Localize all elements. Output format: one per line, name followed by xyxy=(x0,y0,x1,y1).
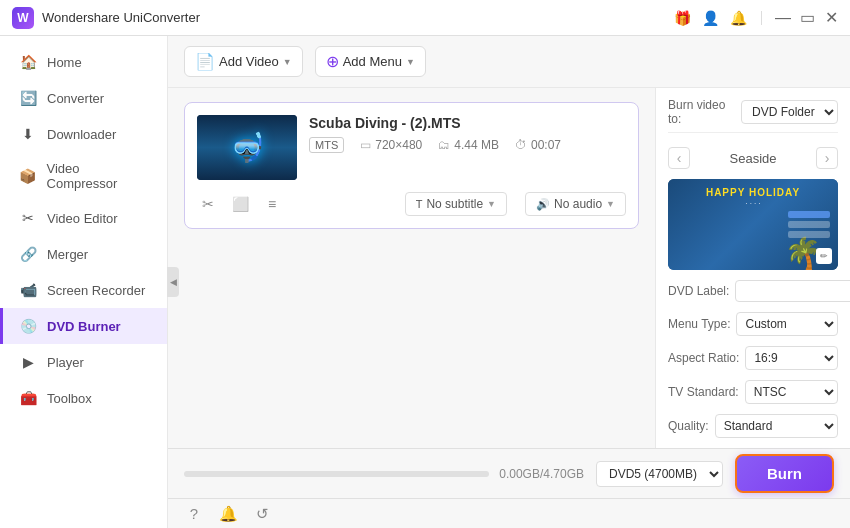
sidebar-item-player[interactable]: ▶ Player xyxy=(0,344,167,380)
add-video-label: Add Video xyxy=(219,54,279,69)
sidebar: 🏠 Home 🔄 Converter ⬇ Downloader 📦 Video … xyxy=(0,36,168,528)
cut-icon[interactable]: ✂ xyxy=(197,193,219,215)
edit-template-button[interactable]: ✏ xyxy=(816,248,832,264)
sidebar-item-screen-recorder[interactable]: 📹 Screen Recorder xyxy=(0,272,167,308)
titlebar-left: W Wondershare UniConverter xyxy=(12,7,200,29)
notification-icon[interactable]: 🔔 xyxy=(218,504,238,524)
video-duration: ⏱ 00:07 xyxy=(515,138,561,152)
subtitle-arrow: ▼ xyxy=(487,199,496,209)
add-video-arrow: ▼ xyxy=(283,57,292,67)
sidebar-item-toolbox[interactable]: 🧰 Toolbox xyxy=(0,380,167,416)
gift-icon[interactable]: 🎁 xyxy=(673,9,691,27)
sidebar-item-dvd-burner[interactable]: 💿 DVD Burner xyxy=(0,308,167,344)
prev-template-button[interactable]: ‹ xyxy=(668,147,690,169)
sidebar-item-label: Video Compressor xyxy=(47,161,151,191)
preview-title: HAPPY HOLIDAY xyxy=(668,187,838,198)
app-title: Wondershare UniConverter xyxy=(42,10,200,25)
bottom-bar: 0.00GB/4.70GB DVD5 (4700MB) DVD9 (8540MB… xyxy=(168,448,850,498)
menu-type-label: Menu Type: xyxy=(668,317,730,331)
titlebar-divider xyxy=(761,11,762,25)
sidebar-collapse-button[interactable]: ◀ xyxy=(167,267,179,297)
audio-icon: 🔊 xyxy=(536,198,550,211)
add-menu-arrow: ▼ xyxy=(406,57,415,67)
burn-video-select[interactable]: DVD Folder xyxy=(741,100,838,124)
resolution-icon: ▭ xyxy=(360,138,371,152)
add-video-button[interactable]: 📄 Add Video ▼ xyxy=(184,46,303,77)
app-logo: W xyxy=(12,7,34,29)
menu-type-row: Menu Type: Custom None Auto xyxy=(668,312,838,336)
quality-select[interactable]: Standard High Low xyxy=(715,414,838,438)
close-button[interactable]: ✕ xyxy=(824,11,838,25)
bell-icon[interactable]: 🔔 xyxy=(729,9,747,27)
audio-dropdown[interactable]: 🔊 No audio ▼ xyxy=(525,192,626,216)
left-panel: 🤿 Scuba Diving - (2).MTS MTS ▭ xyxy=(168,88,655,448)
progress-section: 0.00GB/4.70GB xyxy=(184,467,584,481)
template-name: Seaside xyxy=(730,151,777,166)
effects-icon[interactable]: ≡ xyxy=(261,193,283,215)
sidebar-item-converter[interactable]: 🔄 Converter xyxy=(0,80,167,116)
refresh-icon[interactable]: ↺ xyxy=(252,504,272,524)
next-template-button[interactable]: › xyxy=(816,147,838,169)
audio-arrow: ▼ xyxy=(606,199,615,209)
sidebar-item-label: Converter xyxy=(47,91,104,106)
dvd-label-input[interactable] xyxy=(735,280,850,302)
titlebar: W Wondershare UniConverter 🎁 👤 🔔 — ▭ ✕ xyxy=(0,0,850,36)
content-area: 📄 Add Video ▼ ⊕ Add Menu ▼ 🤿 xyxy=(168,36,850,528)
tv-standard-select[interactable]: NTSC PAL xyxy=(745,380,838,404)
subtitle-icon: T xyxy=(416,198,423,210)
video-info: Scuba Diving - (2).MTS MTS ▭ 720×480 xyxy=(309,115,561,153)
sidebar-item-home[interactable]: 🏠 Home xyxy=(0,44,167,80)
video-format: MTS xyxy=(309,137,344,153)
aspect-ratio-select[interactable]: 16:9 4:3 xyxy=(745,346,838,370)
content-body: 🤿 Scuba Diving - (2).MTS MTS ▭ xyxy=(168,88,850,448)
user-icon[interactable]: 👤 xyxy=(701,9,719,27)
duration-icon: ⏱ xyxy=(515,138,527,152)
template-preview: HAPPY HOLIDAY · · · · 🌴 ✏ xyxy=(668,179,838,270)
add-menu-button[interactable]: ⊕ Add Menu ▼ xyxy=(315,46,426,77)
burn-button[interactable]: Burn xyxy=(735,454,834,493)
sidebar-item-label: Screen Recorder xyxy=(47,283,145,298)
template-header: ‹ Seaside › xyxy=(668,147,838,169)
sidebar-item-merger[interactable]: 🔗 Merger xyxy=(0,236,167,272)
help-icon[interactable]: ? xyxy=(184,504,204,524)
sidebar-item-label: Player xyxy=(47,355,84,370)
aspect-ratio-label: Aspect Ratio: xyxy=(668,351,739,365)
minimize-button[interactable]: — xyxy=(776,11,790,25)
video-size: 🗂 4.44 MB xyxy=(438,138,499,152)
maximize-button[interactable]: ▭ xyxy=(800,11,814,25)
video-resolution: ▭ 720×480 xyxy=(360,138,422,152)
subtitle-dropdown[interactable]: T No subtitle ▼ xyxy=(405,192,507,216)
sidebar-item-video-compressor[interactable]: 📦 Video Compressor xyxy=(0,152,167,200)
size-icon: 🗂 xyxy=(438,138,450,152)
menu-item-1 xyxy=(788,211,830,218)
aspect-ratio-row: Aspect Ratio: 16:9 4:3 xyxy=(668,346,838,370)
subtitle-label: No subtitle xyxy=(426,197,483,211)
compressor-icon: 📦 xyxy=(19,167,37,185)
video-top: 🤿 Scuba Diving - (2).MTS MTS ▭ xyxy=(197,115,626,180)
preview-subtitle: · · · · xyxy=(668,199,838,208)
dvd-label-row: DVD Label: xyxy=(668,280,838,302)
add-video-icon: 📄 xyxy=(195,52,215,71)
tv-standard-row: TV Standard: NTSC PAL xyxy=(668,380,838,404)
sidebar-item-label: Downloader xyxy=(47,127,116,142)
sidebar-item-video-editor[interactable]: ✂ Video Editor xyxy=(0,200,167,236)
crop-icon[interactable]: ⬜ xyxy=(229,193,251,215)
sidebar-item-label: Home xyxy=(47,55,82,70)
audio-label: No audio xyxy=(554,197,602,211)
tv-standard-label: TV Standard: xyxy=(668,385,739,399)
dvd-size-select[interactable]: DVD5 (4700MB) DVD9 (8540MB) xyxy=(596,461,723,487)
add-menu-label: Add Menu xyxy=(343,54,402,69)
right-panel: Burn video to: DVD Folder ‹ Seaside › HA… xyxy=(655,88,850,448)
video-actions: ✂ ⬜ ≡ T No subtitle ▼ 🔊 No audio ▼ xyxy=(197,188,626,216)
sidebar-item-downloader[interactable]: ⬇ Downloader xyxy=(0,116,167,152)
player-icon: ▶ xyxy=(19,353,37,371)
burn-video-row: Burn video to: DVD Folder xyxy=(668,98,838,133)
burn-video-label: Burn video to: xyxy=(668,98,733,126)
titlebar-right: 🎁 👤 🔔 — ▭ ✕ xyxy=(673,9,838,27)
menu-type-select[interactable]: Custom None Auto xyxy=(736,312,838,336)
progress-bar xyxy=(184,471,489,477)
toolbar: 📄 Add Video ▼ ⊕ Add Menu ▼ xyxy=(168,36,850,88)
status-icons: ? 🔔 ↺ xyxy=(184,504,272,524)
sidebar-item-label: Merger xyxy=(47,247,88,262)
downloader-icon: ⬇ xyxy=(19,125,37,143)
